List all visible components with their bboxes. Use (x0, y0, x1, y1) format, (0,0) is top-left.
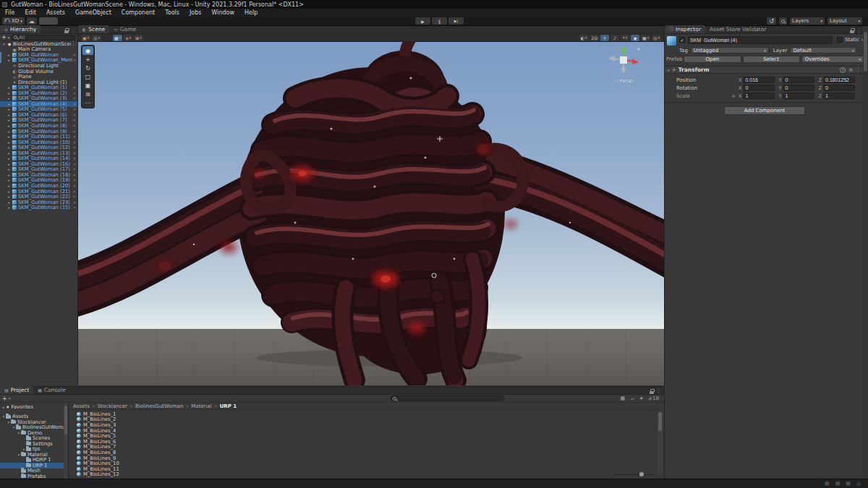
inspector-scrollbar[interactable] (863, 26, 868, 479)
expander-icon[interactable]: ▸ (7, 162, 12, 166)
view-tool-button[interactable]: ◉ (82, 46, 93, 55)
orientation-gizmo[interactable]: ◁ Persp (602, 45, 645, 84)
prefab-select-button[interactable]: Select (743, 56, 800, 63)
expander-icon[interactable]: ▸ (7, 173, 12, 177)
menu-jobs[interactable]: Jobs (184, 9, 207, 17)
menu-file[interactable]: File (0, 9, 20, 17)
child-arrow-icon[interactable]: > (72, 124, 76, 128)
create-asset-button[interactable]: + (2, 395, 7, 402)
expander-icon[interactable]: ▸ (7, 118, 12, 122)
rotation-x-field[interactable] (743, 85, 775, 91)
expander-icon[interactable]: ▸ (7, 53, 12, 57)
search-favorites-icon[interactable]: ★ (639, 395, 644, 401)
grid-visibility-dropdown[interactable]: ▦ ▾ (641, 35, 650, 41)
expander-icon[interactable]: ▸ (7, 129, 12, 134)
breadcrumb-segment[interactable]: Stocklancer (98, 403, 127, 409)
status-doc-icon-2[interactable]: ▤ (835, 481, 841, 487)
material-asset-item[interactable]: M_BioLines_11 (69, 466, 664, 472)
scene-lighting-toggle[interactable]: ☼ (600, 35, 609, 41)
scale-y-field[interactable] (783, 93, 814, 99)
menu-window[interactable]: Window (206, 9, 239, 17)
grid-snap-dropdown[interactable]: ▦ ▾ (113, 35, 122, 41)
expander-icon[interactable]: ▸ (7, 102, 12, 106)
menu-tools[interactable]: Tools (160, 9, 184, 17)
view-2d-toggle[interactable]: 2D (590, 35, 599, 41)
material-asset-item[interactable]: M_BioLines_8 (69, 450, 664, 455)
kebab-menu-icon[interactable]: ⋮ (856, 67, 861, 72)
rotation-y-field[interactable] (783, 85, 814, 91)
menu-component[interactable]: Component (116, 9, 160, 17)
rotation-z-field[interactable] (823, 85, 855, 91)
child-arrow-icon[interactable]: > (72, 134, 76, 139)
child-arrow-icon[interactable]: > (72, 162, 76, 166)
menu-help[interactable]: Help (239, 9, 263, 17)
menu-assets[interactable]: Assets (41, 9, 70, 17)
preset-icon[interactable]: ≡ (848, 67, 853, 73)
undo-history-button[interactable]: ↺ (767, 17, 776, 25)
menu-edit[interactable]: Edit (20, 9, 41, 17)
child-arrow-icon[interactable]: > (72, 102, 76, 106)
child-arrow-icon[interactable]: > (72, 189, 76, 194)
tab-scene[interactable]: ◐ Scene (78, 25, 109, 33)
files-scrollbar[interactable] (658, 411, 663, 473)
create-object-caret-icon[interactable]: ▾ (8, 35, 10, 40)
scene-audio-toggle[interactable]: ♪ (610, 35, 619, 41)
expander-icon[interactable]: ▸ (7, 134, 12, 139)
tab-game[interactable]: ▭ Game (109, 25, 140, 33)
child-arrow-icon[interactable]: > (72, 85, 76, 90)
account-dropdown[interactable]: XD ▾ (2, 17, 25, 25)
child-arrow-icon[interactable]: > (72, 113, 76, 117)
child-arrow-icon[interactable]: > (72, 53, 76, 57)
project-search-input[interactable] (390, 395, 504, 401)
transform-tool-button[interactable]: ⊞ (82, 90, 93, 98)
child-arrow-icon[interactable]: > (72, 178, 76, 182)
material-asset-item[interactable]: M_BioLines_6 (69, 439, 664, 445)
create-asset-caret-icon[interactable]: ▾ (9, 396, 11, 401)
status-doc-icon-1[interactable]: ▤ (825, 481, 830, 487)
child-arrow-icon[interactable]: > (72, 58, 76, 62)
lock-icon[interactable] (850, 30, 854, 33)
layers-dropdown[interactable]: Layers ▾ (790, 17, 825, 25)
search-by-type-icon[interactable]: ▦ (621, 395, 626, 401)
child-arrow-icon[interactable]: > (72, 167, 76, 171)
child-arrow-icon[interactable]: > (72, 140, 76, 145)
material-asset-item[interactable]: M_BioLines_4 (69, 428, 664, 434)
transform-component-header[interactable]: ▾ + Transform ? ≡ ⋮ (665, 66, 864, 74)
active-checkbox[interactable]: ✓ (679, 37, 685, 43)
position-x-field[interactable] (743, 77, 775, 83)
expander-icon[interactable]: ▸ (7, 178, 12, 182)
child-arrow-icon[interactable]: > (72, 205, 76, 210)
hierarchy-tab[interactable]: ≡ Hierarchy (0, 25, 41, 33)
child-arrow-icon[interactable]: > (72, 91, 76, 95)
expander-icon[interactable]: ▸ (7, 113, 12, 117)
breadcrumb-segment[interactable]: Assets (73, 403, 90, 409)
tool-handle-pivot-dropdown[interactable]: ▣ ▾ (81, 35, 90, 41)
editor-search-button[interactable] (779, 17, 787, 25)
child-arrow-icon[interactable]: > (72, 200, 76, 205)
status-doc-icon-3[interactable]: ▤ (846, 481, 851, 487)
static-checkbox[interactable] (837, 37, 843, 43)
child-arrow-icon[interactable]: > (72, 107, 76, 111)
expander-icon[interactable]: ▸ (7, 58, 12, 62)
play-button[interactable]: ▶ (415, 17, 430, 25)
cloud-button[interactable]: ☁ (27, 17, 37, 25)
child-arrow-icon[interactable]: > (72, 96, 76, 100)
child-arrow-icon[interactable]: > (72, 129, 76, 134)
effects-dropdown[interactable]: * ▾ (621, 35, 629, 41)
move-tool-button[interactable]: + (82, 55, 93, 64)
tool-handle-space-dropdown[interactable]: ◎ ▾ (92, 35, 101, 41)
expander-icon[interactable]: ▸ (7, 194, 12, 199)
scale-z-field[interactable] (823, 93, 855, 99)
menu-gameobject[interactable]: GameObject (70, 9, 116, 17)
breadcrumb-segment[interactable]: Material (191, 403, 211, 409)
search-by-label-icon[interactable]: ▱ (630, 395, 634, 401)
material-asset-item[interactable]: M_BioLines_7 (69, 445, 664, 450)
material-asset-item[interactable]: M_BioLines_9 (69, 455, 664, 461)
object-name-field[interactable] (688, 36, 833, 44)
tab-project[interactable]: ▤ Project (0, 386, 33, 394)
expander-icon[interactable]: ▸ (7, 91, 12, 95)
child-arrow-icon[interactable]: > (72, 156, 76, 160)
lock-icon[interactable] (64, 30, 69, 33)
position-y-field[interactable] (783, 77, 814, 83)
rotate-tool-button[interactable]: ↻ (82, 64, 93, 72)
